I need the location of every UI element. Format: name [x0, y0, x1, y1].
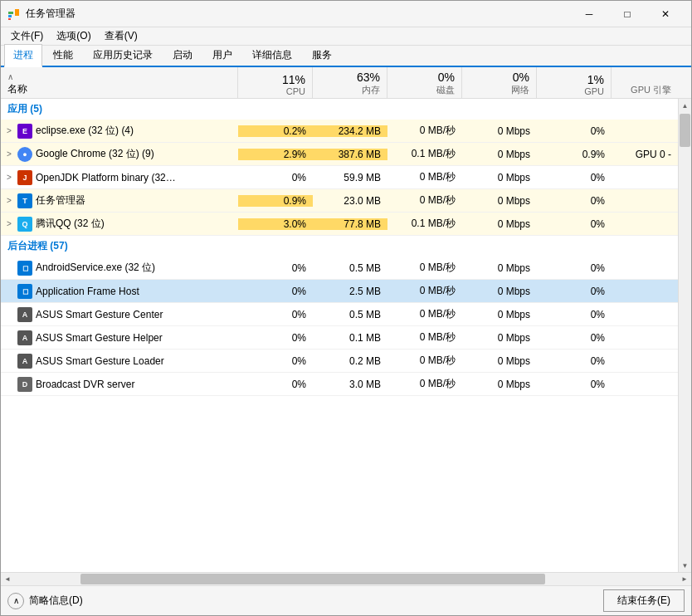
col-header-disk[interactable]: 0% 磁盘	[387, 67, 462, 98]
disk-value: 0 MB/秒	[387, 261, 462, 275]
gpu-value: 0%	[537, 218, 612, 230]
col-header-gpu-engine[interactable]: GPU 引擎	[612, 67, 678, 98]
table-row[interactable]: DBroadcast DVR server0%3.0 MB0 MB/秒0 Mbp…	[1, 373, 678, 396]
tab-app-history[interactable]: 应用历史记录	[84, 44, 162, 66]
table-row[interactable]: ◻Application Frame Host0%2.5 MB0 MB/秒0 M…	[1, 280, 678, 303]
col-header-cpu[interactable]: 11% CPU	[238, 67, 313, 98]
memory-value: 77.8 MB	[313, 218, 387, 230]
status-text: 简略信息(D)	[29, 594, 603, 608]
tab-details[interactable]: 详细信息	[243, 44, 301, 66]
disk-value: 0 MB/秒	[387, 193, 462, 208]
svg-rect-3	[8, 18, 11, 20]
table-row[interactable]: ◻AndroidService.exe (32 位)0%0.5 MB0 MB/秒…	[1, 257, 678, 280]
cpu-value: 3.0%	[238, 218, 313, 230]
hscroll-right-arrow[interactable]: ►	[678, 573, 691, 586]
process-icon: J	[17, 170, 32, 185]
gpu-engine-value: GPU 0 -	[612, 149, 678, 160]
table-row[interactable]: >T任务管理器0.9%23.0 MB0 MB/秒0 Mbps0%	[1, 189, 678, 213]
expand-row-icon[interactable]: >	[1, 149, 17, 159]
tab-bar: 进程 性能 应用历史记录 启动 用户 详细信息 服务	[1, 46, 691, 67]
expand-row-icon[interactable]: >	[1, 196, 17, 205]
tab-processes[interactable]: 进程	[4, 44, 42, 67]
expand-row-icon[interactable]: >	[1, 126, 17, 135]
process-name: eclipse.exe (32 位) (4)	[36, 124, 238, 138]
col-header-net[interactable]: 0% 网络	[462, 67, 537, 98]
col-header-name[interactable]: ∧ 名称	[1, 67, 238, 98]
process-name: Google Chrome (32 位) (9)	[36, 147, 238, 161]
vertical-scrollbar[interactable]: ▲ ▼	[678, 99, 691, 572]
table-row[interactable]: >●Google Chrome (32 位) (9)2.9%387.6 MB0.…	[1, 143, 678, 166]
hscroll-left-arrow[interactable]: ◄	[1, 573, 14, 586]
cpu-value: 0%	[238, 262, 313, 274]
disk-value: 0 MB/秒	[387, 307, 462, 321]
status-bar: ∧ 简略信息(D) 结束任务(E)	[1, 585, 691, 615]
process-icon: ◻	[17, 261, 32, 276]
process-name: ASUS Smart Gesture Loader	[36, 355, 238, 367]
table-row[interactable]: >Q腾讯QQ (32 位)3.0%77.8 MB0.1 MB/秒0 Mbps0%	[1, 213, 678, 236]
minimize-button[interactable]: ─	[570, 1, 608, 27]
disk-value: 0.1 MB/秒	[387, 147, 462, 161]
gpu-value: 0%	[537, 262, 612, 274]
scroll-up-arrow[interactable]: ▲	[679, 99, 692, 112]
expand-row-icon[interactable]: >	[1, 173, 17, 182]
menu-file[interactable]: 文件(F)	[4, 27, 50, 45]
network-value: 0 Mbps	[462, 286, 537, 297]
menu-view[interactable]: 查看(V)	[98, 27, 144, 45]
process-table[interactable]: 应用 (5)>Eeclipse.exe (32 位) (4)0.2%234.2 …	[1, 99, 678, 572]
scrollbar-thumb[interactable]	[680, 114, 690, 147]
process-icon: D	[17, 377, 32, 392]
process-icon: ●	[17, 147, 32, 162]
menu-options[interactable]: 选项(O)	[50, 27, 97, 45]
svg-rect-1	[8, 15, 12, 17]
table-row[interactable]: >JOpenJDK Platform binary (32…0%59.9 MB0…	[1, 166, 678, 189]
svg-rect-0	[8, 12, 13, 14]
tab-users[interactable]: 用户	[203, 44, 241, 66]
cpu-value: 0%	[238, 172, 313, 183]
cpu-value: 0%	[238, 355, 313, 367]
gpu-value: 0%	[537, 125, 612, 137]
network-value: 0 Mbps	[462, 309, 537, 320]
maximize-button[interactable]: □	[608, 1, 646, 27]
process-icon: A	[17, 307, 32, 322]
hscrollbar-thumb[interactable]	[80, 574, 545, 584]
horizontal-scrollbar: ◄ ►	[1, 572, 691, 585]
section-header-0: 应用 (5)	[1, 99, 678, 120]
close-button[interactable]: ✕	[646, 1, 685, 27]
network-value: 0 Mbps	[462, 355, 537, 367]
title-bar: 任务管理器 ─ □ ✕	[1, 1, 691, 27]
expand-button[interactable]: ∧	[7, 593, 24, 609]
sort-arrow-icon: ∧	[7, 72, 13, 81]
tab-services[interactable]: 服务	[303, 44, 341, 66]
tab-startup[interactable]: 启动	[163, 44, 202, 66]
memory-value: 3.0 MB	[313, 379, 387, 390]
gpu-value: 0.9%	[537, 149, 612, 160]
disk-value: 0 MB/秒	[387, 170, 462, 184]
process-icon: ◻	[17, 284, 32, 299]
col-header-gpu[interactable]: 1% GPU	[537, 67, 612, 98]
network-value: 0 Mbps	[462, 379, 537, 390]
cpu-value: 0%	[238, 286, 313, 297]
end-task-button[interactable]: 结束任务(E)	[603, 589, 685, 612]
cpu-value: 2.9%	[238, 149, 313, 160]
gpu-value: 0%	[537, 355, 612, 367]
cpu-value: 0%	[238, 309, 313, 320]
gpu-value: 0%	[537, 332, 612, 344]
expand-row-icon[interactable]: >	[1, 219, 17, 228]
tab-performance[interactable]: 性能	[44, 44, 82, 66]
process-name: ASUS Smart Gesture Center	[36, 309, 238, 320]
scroll-down-arrow[interactable]: ▼	[679, 559, 692, 572]
svg-rect-2	[15, 9, 19, 16]
table-row[interactable]: AASUS Smart Gesture Center0%0.5 MB0 MB/秒…	[1, 303, 678, 326]
table-row[interactable]: AASUS Smart Gesture Helper0%0.1 MB0 MB/秒…	[1, 326, 678, 350]
cpu-value: 0%	[238, 332, 313, 344]
table-row[interactable]: AASUS Smart Gesture Loader0%0.2 MB0 MB/秒…	[1, 350, 678, 373]
col-header-mem[interactable]: 63% 内存	[313, 67, 387, 98]
disk-value: 0 MB/秒	[387, 284, 462, 298]
gpu-value: 0%	[537, 172, 612, 183]
process-name: Broadcast DVR server	[36, 379, 238, 390]
process-name: AndroidService.exe (32 位)	[36, 261, 238, 275]
content-area: 应用 (5)>Eeclipse.exe (32 位) (4)0.2%234.2 …	[1, 99, 691, 572]
network-value: 0 Mbps	[462, 218, 537, 230]
table-row[interactable]: >Eeclipse.exe (32 位) (4)0.2%234.2 MB0 MB…	[1, 120, 678, 143]
memory-value: 23.0 MB	[313, 195, 387, 207]
